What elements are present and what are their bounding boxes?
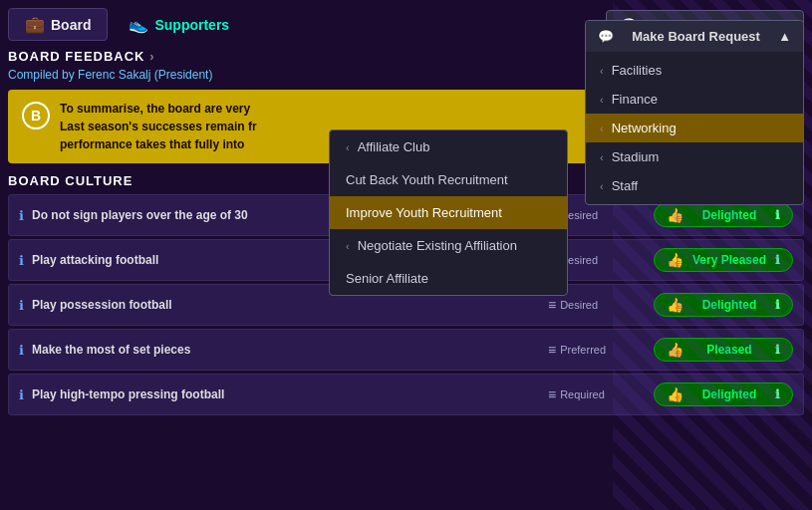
row-info-icon-3[interactable]: ℹ [19, 343, 24, 358]
table-row: ℹ Make the most of set pieces ≡ Preferre… [8, 329, 804, 371]
tab-board[interactable]: 💼 Board [8, 8, 108, 41]
badge-info-1[interactable]: ℹ [775, 253, 780, 267]
tab-supporters[interactable]: 👟 Supporters [112, 8, 246, 41]
type-icon-1: ≡ [548, 252, 556, 268]
row-type-1: ≡ Desired [548, 252, 638, 268]
tabs-row: 💼 Board 👟 Supporters 💬 Make Board Reques… [8, 8, 804, 41]
type-icon-3: ≡ [548, 342, 556, 358]
status-label-4: Delighted [702, 387, 757, 401]
status-badge-0: 👍 Delighted ℹ [654, 203, 793, 227]
status-badge-2: 👍 Delighted ℹ [654, 293, 793, 317]
board-icon: 💼 [25, 15, 45, 34]
board-culture-section: BOARD CULTURE ℹ Do not sign players over… [8, 173, 804, 415]
table-row: ℹ Play attacking football ≡ Desired 👍 Ve… [8, 239, 804, 281]
board-feedback-section: BOARD FEEDBACK › Compiled by Ferenc Saka… [8, 49, 804, 173]
thumb-icon-0: 👍 [667, 207, 683, 223]
dropdown-item-staff[interactable]: ‹ Staff [586, 171, 803, 200]
info-box-b-icon: B [22, 102, 50, 129]
make-board-request-label: Make Board Request [643, 17, 771, 32]
dropdown-item-facilities[interactable]: ‹ Facilities [586, 56, 803, 85]
dropdown-arrow-icon: ▼ [776, 17, 789, 32]
row-info-icon-4[interactable]: ℹ [19, 387, 24, 402]
row-type-0: ≡ Desired [548, 207, 638, 223]
make-board-request-button[interactable]: 💬 Make Board Request ▼ [606, 10, 804, 39]
row-type-2: ≡ Desired [548, 297, 638, 313]
thumb-icon-3: 👍 [667, 342, 683, 358]
board-culture-title: BOARD CULTURE [8, 173, 804, 188]
board-feedback-title: BOARD FEEDBACK › [8, 49, 804, 64]
row-label-4: Play high-tempo pressing football [32, 387, 548, 401]
dropdown-item-networking[interactable]: ‹ Networking [586, 114, 803, 142]
dropdown-item-finance[interactable]: ‹ Finance [586, 85, 803, 114]
compiled-by: Compiled by Ferenc Sakalj (President) [8, 68, 804, 82]
row-label-0: Do not sign players over the age of 30 [32, 208, 548, 222]
speech-bubble-icon: 💬 [621, 17, 637, 32]
thumb-icon-2: 👍 [667, 297, 683, 313]
info-box-text: To summarise, the board are very Last se… [60, 100, 257, 153]
supporters-icon: 👟 [129, 15, 148, 34]
board-request-dropdown-items: ‹ Facilities ‹ Finance ‹ Networking ‹ St… [586, 52, 803, 204]
feedback-arrow: › [149, 49, 154, 64]
row-type-3: ≡ Preferred [548, 342, 638, 358]
dropdown-item-stadium[interactable]: ‹ Stadium [586, 142, 803, 171]
networking-label: Networking [612, 121, 677, 135]
type-icon-0: ≡ [548, 207, 556, 223]
row-type-4: ≡ Required [548, 386, 638, 402]
board-request-dropdown: 💬 Make Board Request ▲ ‹ Facilities ‹ Fi… [585, 20, 804, 205]
president-name: Ferenc Sakalj [78, 68, 150, 82]
row-label-3: Make the most of set pieces [32, 343, 548, 357]
row-label-1: Play attacking football [32, 253, 548, 267]
badge-info-2[interactable]: ℹ [775, 298, 780, 312]
status-label-2: Delighted [702, 298, 757, 312]
thumb-icon-1: 👍 [667, 252, 683, 268]
table-row: ℹ Play high-tempo pressing football ≡ Re… [8, 374, 804, 415]
badge-info-0[interactable]: ℹ [775, 208, 780, 222]
status-badge-4: 👍 Delighted ℹ [654, 382, 793, 406]
dropdown-header-label: Make Board Request [632, 29, 760, 44]
row-info-icon-0[interactable]: ℹ [19, 208, 24, 223]
staff-label: Staff [612, 178, 639, 193]
row-label-2: Play possession football [32, 298, 548, 312]
facilities-label: Facilities [612, 63, 663, 78]
info-box: B To summarise, the board are very Last … [8, 90, 804, 163]
type-icon-4: ≡ [548, 386, 556, 402]
dropdown-header-arrow: ▲ [778, 29, 791, 44]
status-label-0: Delighted [702, 208, 757, 222]
culture-rows: ℹ Do not sign players over the age of 30… [8, 194, 804, 415]
thumb-icon-4: 👍 [667, 386, 683, 402]
tabs-left: 💼 Board 👟 Supporters [8, 8, 246, 41]
board-request-dropdown-header[interactable]: 💬 Make Board Request ▲ [586, 21, 803, 52]
status-label-3: Pleased [706, 343, 751, 357]
status-badge-3: 👍 Pleased ℹ [654, 338, 793, 362]
status-badge-1: 👍 Very Pleased ℹ [654, 248, 793, 272]
table-row: ℹ Play possession football ≡ Desired 👍 D… [8, 284, 804, 326]
tab-board-label: Board [51, 17, 91, 33]
badge-info-4[interactable]: ℹ [775, 387, 780, 401]
status-label-1: Very Pleased [692, 253, 766, 267]
main-container: 💼 Board 👟 Supporters 💬 Make Board Reques… [0, 0, 812, 510]
type-icon-2: ≡ [548, 297, 556, 313]
row-info-icon-2[interactable]: ℹ [19, 298, 24, 313]
badge-info-3[interactable]: ℹ [775, 343, 780, 357]
tab-supporters-label: Supporters [154, 17, 229, 33]
row-info-icon-1[interactable]: ℹ [19, 253, 24, 268]
table-row: ℹ Do not sign players over the age of 30… [8, 194, 804, 236]
stadium-label: Stadium [612, 149, 660, 164]
finance-label: Finance [612, 92, 658, 107]
